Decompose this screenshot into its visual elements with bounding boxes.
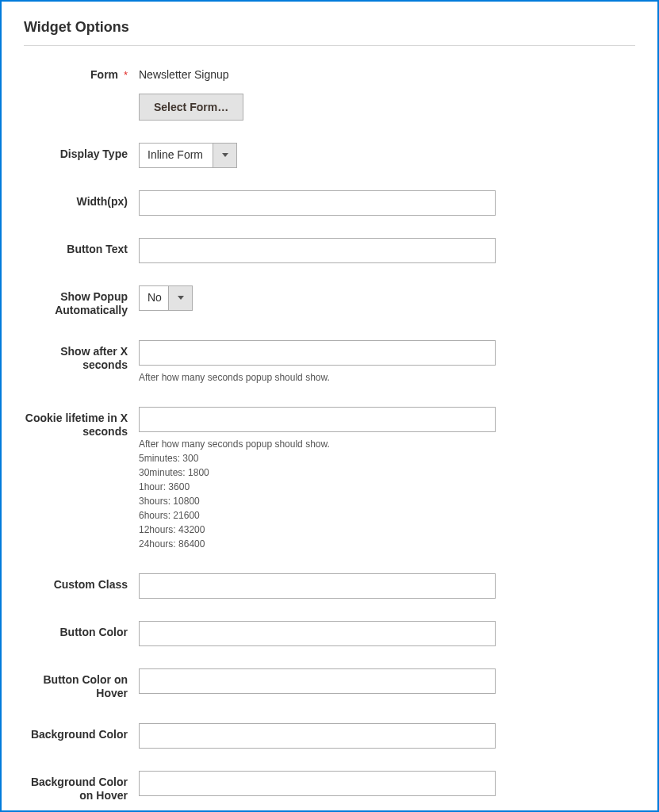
label-custom-class: Custom Class bbox=[24, 573, 139, 592]
background-color-input[interactable] bbox=[139, 723, 496, 749]
form-selected-value: Newsletter Signup bbox=[139, 63, 496, 81]
field-button-color-hover: Button Color on Hover bbox=[24, 668, 635, 701]
show-popup-dropdown-button[interactable] bbox=[168, 286, 192, 310]
required-asterisk: * bbox=[124, 69, 128, 81]
field-background-color: Background Color bbox=[24, 723, 635, 749]
select-form-button[interactable]: Select Form… bbox=[139, 94, 243, 121]
label-button-text: Button Text bbox=[24, 238, 139, 257]
label-show-after: Show after X seconds bbox=[24, 340, 139, 373]
label-background-color-hover: Background Color on Hover bbox=[24, 771, 139, 803]
field-select-form: Select Form… bbox=[24, 94, 635, 121]
field-cookie-lifetime: Cookie lifetime in X seconds After how m… bbox=[24, 407, 635, 551]
label-display-type: Display Type bbox=[24, 143, 139, 162]
widget-options-panel: Widget Options Form * Newsletter Signup … bbox=[0, 0, 659, 812]
width-input[interactable] bbox=[139, 190, 496, 216]
field-button-color: Button Color bbox=[24, 621, 635, 646]
show-popup-select[interactable]: No bbox=[139, 285, 193, 311]
field-width: Width(px) bbox=[24, 190, 635, 216]
widget-options-fieldset: Form * Newsletter Signup Select Form… Di… bbox=[24, 63, 635, 812]
label-form: Form * bbox=[24, 63, 139, 82]
label-button-color: Button Color bbox=[24, 621, 139, 640]
label-form-text: Form bbox=[90, 68, 118, 81]
field-form: Form * Newsletter Signup bbox=[24, 63, 635, 82]
button-color-input[interactable] bbox=[139, 621, 496, 646]
field-background-color-hover: Background Color on Hover bbox=[24, 771, 635, 803]
field-display-type: Display Type Inline Form bbox=[24, 143, 635, 168]
field-show-popup: Show Popup Automatically No bbox=[24, 285, 635, 318]
custom-class-input[interactable] bbox=[139, 573, 496, 599]
display-type-value: Inline Form bbox=[140, 144, 213, 167]
background-color-hover-input[interactable] bbox=[139, 771, 496, 796]
label-background-color: Background Color bbox=[24, 723, 139, 742]
label-width: Width(px) bbox=[24, 190, 139, 209]
label-show-popup: Show Popup Automatically bbox=[24, 285, 139, 318]
button-text-input[interactable] bbox=[139, 238, 496, 263]
field-custom-class: Custom Class bbox=[24, 573, 635, 599]
caret-down-icon bbox=[178, 296, 184, 300]
show-after-input[interactable] bbox=[139, 340, 496, 366]
field-show-after: Show after X seconds After how many seco… bbox=[24, 340, 635, 385]
field-button-text: Button Text bbox=[24, 238, 635, 263]
cookie-lifetime-note: After how many seconds popup should show… bbox=[139, 437, 496, 551]
show-after-note: After how many seconds popup should show… bbox=[139, 370, 496, 385]
button-color-hover-input[interactable] bbox=[139, 668, 496, 694]
section-title: Widget Options bbox=[24, 19, 635, 46]
display-type-select[interactable]: Inline Form bbox=[139, 143, 237, 168]
show-popup-value: No bbox=[140, 286, 168, 310]
cookie-lifetime-input[interactable] bbox=[139, 407, 496, 432]
label-button-color-hover: Button Color on Hover bbox=[24, 668, 139, 701]
display-type-dropdown-button[interactable] bbox=[213, 144, 236, 167]
label-cookie-lifetime: Cookie lifetime in X seconds bbox=[24, 407, 139, 439]
caret-down-icon bbox=[222, 153, 228, 157]
